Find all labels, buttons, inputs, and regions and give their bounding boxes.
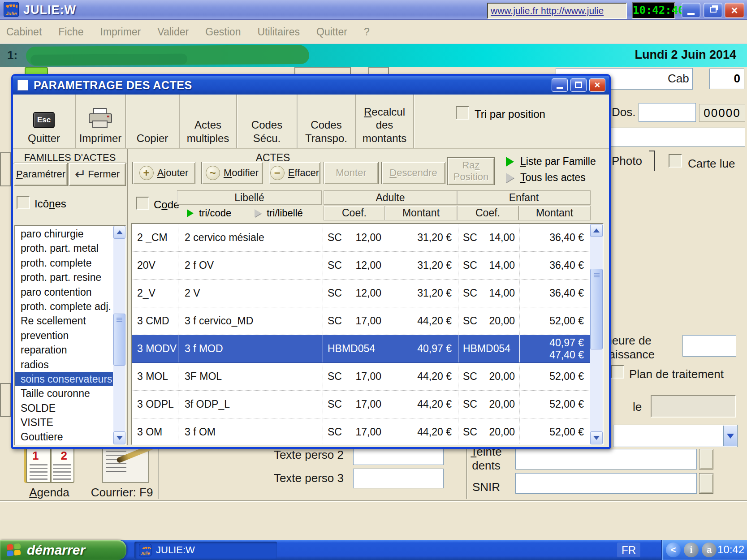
family-item[interactable]: radios [15, 358, 113, 372]
menu-item-quitter[interactable]: Quitter [316, 26, 358, 38]
recalcul-montants-button[interactable]: Recalcul des montants [356, 95, 414, 148]
dialog-titlebar[interactable]: PARAMETRAGE DES ACTES × [13, 76, 609, 95]
plan-traitement-checkbox[interactable] [611, 365, 624, 379]
acte-row[interactable]: 3 MODV3 f MODHBMD05440,97 €HBMD05440,97 … [132, 335, 590, 363]
ajouter-button[interactable]: + Ajouter [132, 162, 195, 184]
menu-item-imprimer[interactable]: Imprimer [100, 26, 151, 38]
dossier-field[interactable] [639, 103, 696, 122]
julie-url-link[interactable]: www.julie.fr http://www.julie [487, 3, 627, 19]
parametrer-button[interactable]: Paramétrer [14, 163, 68, 186]
menu-item-fiche[interactable]: Fiche [58, 26, 94, 38]
family-item[interactable]: Gouttiere [15, 430, 113, 444]
family-item[interactable]: proth. part. metal [15, 241, 113, 255]
start-button[interactable]: démarrer [0, 540, 126, 560]
acte-row[interactable]: 2 _CM2 cervico mésialeSC12,0031,20 €SC14… [132, 224, 590, 252]
acte-row[interactable]: 3 MOL3F MOLSC17,0044,20 €SC20,0052,00 € [132, 363, 590, 391]
imprimer-button[interactable]: Imprimer [76, 95, 126, 148]
scrollbar-thumb[interactable] [113, 314, 125, 366]
partial-left-button-2[interactable] [0, 383, 11, 417]
family-item[interactable]: VISITE [15, 415, 113, 430]
snir-button[interactable] [699, 473, 713, 494]
icones-checkbox[interactable] [17, 196, 30, 209]
taskbar-julie-button[interactable]: Julie JULIE:W [134, 542, 277, 559]
families-scrollbar[interactable] [113, 226, 125, 444]
column-header-adulte-coef[interactable]: Coef. [324, 206, 385, 220]
family-item[interactable]: prevention [15, 328, 113, 343]
effacer-button[interactable]: − Effacer [269, 162, 320, 184]
tray-collapse-icon[interactable]: < [666, 543, 681, 557]
teinte-dents-field[interactable] [515, 449, 697, 470]
modifier-button[interactable]: ~ Modifier [201, 162, 263, 184]
scroll-up-button[interactable] [590, 224, 603, 237]
family-item[interactable]: Taille couronne [15, 386, 113, 401]
acte-libelle: 2 cervico mésiale [178, 224, 323, 251]
tri-par-position-checkbox[interactable] [456, 106, 469, 120]
codes-secu-button[interactable]: Codes Sécu. [237, 95, 298, 148]
dialog-close-button[interactable]: × [589, 78, 605, 92]
tri-libelle-label[interactable]: tri/libellé [267, 207, 303, 219]
family-item[interactable]: proth. complete [15, 256, 113, 270]
carte-lue-checkbox[interactable] [669, 154, 682, 168]
heure-naissance-field[interactable] [682, 335, 736, 357]
window-minimize-button[interactable] [682, 3, 700, 18]
actes-multiples-button[interactable]: Actes multiples [180, 95, 237, 148]
acte-row[interactable]: 3 CMD3 f cervico_MDSC17,0044,20 €SC20,00… [132, 307, 590, 335]
family-item[interactable]: SOLDE [15, 401, 113, 415]
menu-item-?[interactable]: ? [364, 26, 380, 38]
descendre-button[interactable]: Descendre [381, 162, 445, 184]
code-checkbox[interactable] [136, 197, 149, 210]
quitter-button[interactable]: Esc Quitter [13, 95, 76, 148]
column-header-adulte-montant[interactable]: Montant [385, 206, 457, 220]
column-header-libelle[interactable]: Libellé [177, 190, 322, 205]
menu-item-valider[interactable]: Valider [157, 26, 199, 38]
acte-row[interactable]: 2_V2 VSC12,0031,20 €SC14,0036,40 € [132, 280, 590, 307]
courrier-f9-button[interactable]: Courrier: F9 [82, 486, 162, 500]
cab-number-field[interactable]: 0 [709, 69, 744, 89]
fermer-button[interactable]: ↵ Fermer [69, 163, 126, 186]
raz-position-button[interactable]: Raz Position [447, 157, 495, 185]
menu-item-utilitaires[interactable]: Utilitaires [257, 26, 310, 38]
bottom-combobox[interactable] [613, 425, 738, 447]
partial-left-button-1[interactable] [0, 152, 11, 186]
column-header-enfant-montant[interactable]: Montant [518, 206, 591, 220]
partial-green-button[interactable] [25, 67, 48, 74]
liste-par-famille-option[interactable]: Liste par Famille [506, 155, 596, 168]
dialog-maximize-button[interactable] [570, 78, 587, 92]
tous-les-actes-option[interactable]: Tous les actes [506, 172, 586, 184]
menu-item-gestion[interactable]: Gestion [205, 26, 251, 38]
texte-perso-3-field[interactable] [353, 469, 444, 488]
family-item[interactable]: proth. part. resine [15, 270, 113, 284]
monter-button[interactable]: Monter [324, 162, 379, 184]
actes-scrollbar[interactable] [590, 224, 603, 444]
acte-row[interactable]: 3 OM3 f OMSC17,0044,20 €SC20,0052,00 € [132, 418, 590, 444]
acte-row[interactable]: 3 ODPL3f ODP_LSC17,0044,20 €SC20,0052,00… [132, 391, 590, 418]
scroll-up-button[interactable] [113, 226, 125, 239]
photo-tab[interactable]: Photo [612, 154, 642, 168]
acte-row[interactable]: 20V2 f OVSC12,0031,20 €SC14,0036,40 € [132, 252, 590, 280]
family-item[interactable]: paro chirurgie [15, 227, 113, 241]
family-item[interactable]: Re scellement [15, 314, 113, 328]
le-date-field[interactable] [651, 395, 736, 418]
family-item[interactable]: soins conservateurs [15, 372, 113, 386]
codes-transpo-button[interactable]: Codes Transpo. [298, 95, 356, 148]
family-item[interactable]: reparation [15, 343, 113, 357]
family-item[interactable]: proth. complete adj. [15, 299, 113, 314]
copier-button[interactable]: Copier [126, 95, 180, 148]
window-restore-button[interactable] [704, 3, 722, 18]
snir-field[interactable] [515, 473, 697, 494]
scroll-down-button[interactable] [113, 431, 125, 444]
combobox-dropdown-button[interactable] [723, 426, 737, 446]
dialog-minimize-button[interactable] [552, 78, 568, 92]
teinte-dents-button[interactable] [699, 449, 713, 470]
window-close-button[interactable]: × [725, 3, 744, 18]
tray-info-icon[interactable]: i [684, 543, 699, 557]
menu-item-cabinet[interactable]: Cabinet [6, 26, 52, 38]
scroll-down-button[interactable] [590, 431, 603, 444]
column-header-enfant-coef[interactable]: Coef. [457, 206, 518, 220]
tri-code-label[interactable]: tri/code [199, 207, 231, 219]
agenda-button[interactable]: Agenda [13, 486, 85, 500]
family-item[interactable]: paro contention [15, 285, 113, 299]
scrollbar-thumb[interactable] [590, 269, 603, 349]
language-indicator[interactable]: FR [617, 543, 640, 557]
tray-a-icon[interactable]: a [702, 543, 717, 557]
